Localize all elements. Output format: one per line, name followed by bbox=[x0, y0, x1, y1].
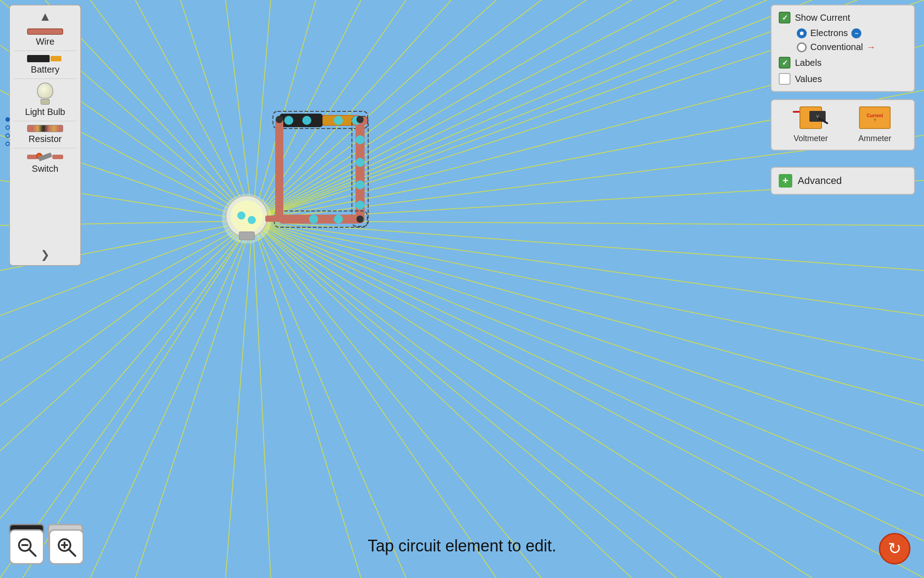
reload-icon: ↻ bbox=[888, 539, 901, 558]
show-current-checkbox[interactable] bbox=[779, 12, 790, 23]
conventional-arrow-icon: → bbox=[867, 42, 876, 52]
svg-point-77 bbox=[334, 215, 343, 224]
ammeter-item[interactable]: Current ? Ammeter bbox=[857, 106, 893, 143]
svg-line-94 bbox=[29, 549, 36, 556]
resistor-component-item[interactable]: Resistor bbox=[14, 122, 77, 147]
svg-point-72 bbox=[356, 135, 365, 144]
electron-badge: − bbox=[851, 28, 861, 38]
svg-line-46 bbox=[253, 221, 722, 578]
svg-line-1 bbox=[90, 0, 253, 221]
svg-rect-67 bbox=[274, 211, 367, 227]
svg-line-23 bbox=[135, 221, 253, 578]
svg-point-71 bbox=[352, 116, 361, 125]
show-current-row[interactable]: Show Current bbox=[779, 12, 907, 23]
switch-label: Switch bbox=[32, 164, 59, 174]
status-text: Tap circuit element to edit. bbox=[368, 537, 556, 555]
conventional-radio[interactable] bbox=[797, 42, 807, 52]
values-label: Values bbox=[795, 74, 822, 84]
electrons-row[interactable]: Electrons − bbox=[797, 28, 907, 38]
labels-label: Labels bbox=[795, 58, 822, 68]
divider bbox=[14, 50, 77, 51]
battery-component-item[interactable]: Battery bbox=[14, 52, 77, 78]
svg-line-45 bbox=[253, 221, 924, 541]
svg-point-69 bbox=[302, 116, 311, 125]
svg-point-75 bbox=[356, 201, 365, 210]
labels-checkbox[interactable] bbox=[779, 57, 790, 69]
switch-component-item[interactable]: Switch bbox=[14, 149, 77, 177]
svg-line-5 bbox=[253, 0, 451, 221]
wire-component-item[interactable]: Wire bbox=[14, 26, 77, 50]
scroll-up-button[interactable]: ▲ bbox=[37, 8, 53, 26]
svg-line-32 bbox=[226, 0, 253, 221]
wire-label: Wire bbox=[36, 37, 54, 47]
zoom-in-icon bbox=[56, 537, 76, 557]
conventional-row[interactable]: Conventional → bbox=[797, 42, 907, 52]
labels-row[interactable]: Labels bbox=[779, 57, 907, 69]
svg-line-50 bbox=[226, 221, 253, 578]
zoom-plus-button[interactable] bbox=[49, 529, 84, 564]
svg-line-6 bbox=[253, 0, 541, 221]
electron-dots bbox=[5, 117, 10, 146]
svg-line-49 bbox=[253, 221, 361, 578]
advanced-label: Advanced bbox=[798, 175, 842, 187]
values-row[interactable]: Values bbox=[779, 73, 907, 85]
svg-line-22 bbox=[253, 221, 271, 578]
light-bulb-component-item[interactable]: Light Bulb bbox=[14, 80, 77, 120]
svg-rect-61 bbox=[323, 115, 354, 125]
advanced-panel[interactable]: + Advanced bbox=[771, 167, 915, 195]
values-checkbox[interactable] bbox=[779, 73, 790, 85]
svg-line-38 bbox=[253, 0, 767, 221]
voltmeter-icon: V bbox=[793, 106, 829, 131]
svg-line-13 bbox=[253, 221, 924, 225]
svg-rect-65 bbox=[352, 116, 368, 226]
svg-rect-59 bbox=[277, 115, 361, 126]
svg-point-73 bbox=[356, 158, 365, 167]
svg-rect-85 bbox=[275, 119, 283, 221]
divider bbox=[14, 148, 77, 148]
wire-icon bbox=[27, 28, 63, 35]
divider bbox=[14, 121, 77, 121]
svg-line-16 bbox=[253, 221, 924, 496]
reload-button[interactable]: ↻ bbox=[879, 533, 910, 564]
svg-rect-84 bbox=[265, 216, 281, 222]
electron-dot-hollow3 bbox=[5, 142, 10, 146]
svg-line-17 bbox=[253, 221, 924, 578]
svg-rect-66 bbox=[279, 215, 362, 224]
show-current-panel: Show Current Electrons − Conventional → … bbox=[771, 5, 915, 92]
svg-line-35 bbox=[253, 0, 496, 221]
svg-line-21 bbox=[253, 221, 406, 578]
svg-line-2 bbox=[180, 0, 253, 221]
voltmeter-item[interactable]: V Voltmeter bbox=[793, 106, 829, 143]
svg-line-36 bbox=[253, 0, 587, 221]
svg-line-39 bbox=[253, 0, 857, 221]
conventional-label: Conventional bbox=[810, 42, 863, 52]
svg-line-33 bbox=[253, 0, 316, 221]
svg-line-7 bbox=[253, 0, 632, 221]
light-bulb-label: Light Bulb bbox=[25, 107, 65, 117]
svg-line-14 bbox=[253, 221, 924, 316]
electrons-radio[interactable] bbox=[797, 28, 807, 38]
zoom-minus-button[interactable] bbox=[9, 529, 44, 564]
resistor-label: Resistor bbox=[28, 134, 61, 144]
svg-point-83 bbox=[248, 216, 256, 224]
svg-line-20 bbox=[253, 221, 541, 578]
voltmeter-label: Voltmeter bbox=[794, 134, 828, 143]
svg-rect-81 bbox=[239, 232, 254, 240]
scroll-down-button[interactable]: ❯ bbox=[39, 247, 51, 263]
svg-point-76 bbox=[309, 215, 318, 224]
svg-line-15 bbox=[253, 221, 924, 406]
svg-line-3 bbox=[253, 0, 271, 221]
ammeter-icon: Current ? bbox=[857, 106, 893, 131]
light-bulb-icon bbox=[36, 83, 54, 105]
battery-icon bbox=[27, 55, 63, 63]
svg-line-42 bbox=[253, 221, 924, 271]
zoom-out-icon bbox=[17, 537, 37, 557]
svg-point-74 bbox=[356, 180, 365, 189]
advanced-plus-icon: + bbox=[779, 174, 792, 188]
divider bbox=[14, 78, 77, 79]
electron-dot-hollow2 bbox=[5, 133, 10, 138]
svg-line-4 bbox=[253, 0, 361, 221]
svg-point-86 bbox=[276, 116, 283, 123]
show-current-label: Show Current bbox=[795, 13, 850, 23]
svg-line-48 bbox=[253, 221, 496, 578]
